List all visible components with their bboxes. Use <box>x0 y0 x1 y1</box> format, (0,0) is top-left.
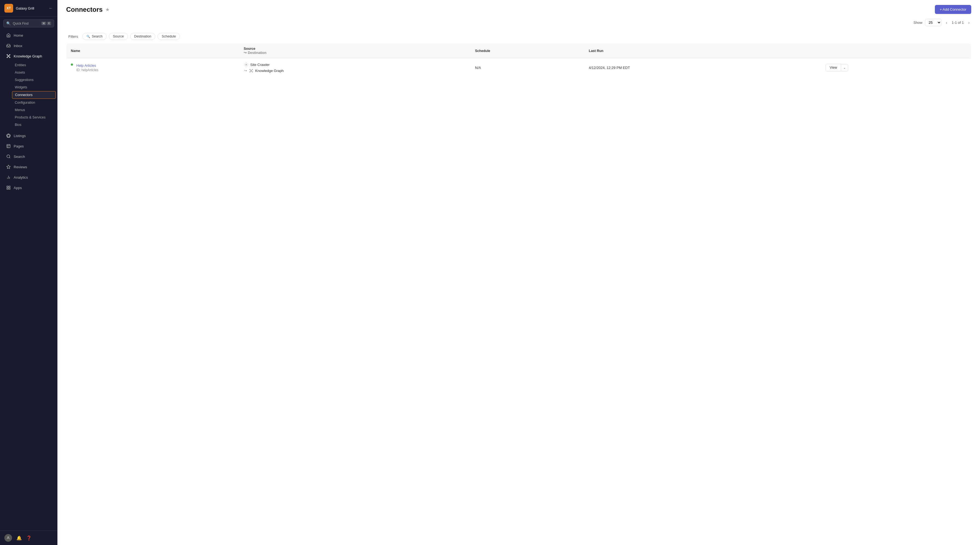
svg-point-24 <box>8 537 9 538</box>
view-dropdown-button[interactable]: ⌄ <box>841 64 848 72</box>
col-header-last-run: Last Run <box>584 43 821 58</box>
sidebar-item-listings[interactable]: Listings <box>2 131 56 141</box>
knowledge-graph-icon <box>6 54 11 59</box>
quick-find-shortcut: ⌘ K <box>41 22 51 25</box>
connector-last-run-cell: 4/12/2024, 12:29 PM EDT <box>584 58 821 77</box>
connector-name-cell: Help Articles ID: helpArticles <box>67 58 240 77</box>
filter-destination-label: Destination <box>134 35 151 38</box>
svg-marker-16 <box>6 165 10 169</box>
sidebar-item-menus[interactable]: Menus <box>12 107 56 113</box>
svg-rect-21 <box>9 186 10 187</box>
sidebar-item-apps-label: Apps <box>14 186 22 190</box>
help-icon[interactable]: ❓ <box>26 535 32 540</box>
col-header-actions <box>821 43 971 58</box>
col-header-name: Name <box>67 43 240 58</box>
sidebar-item-apps[interactable]: Apps <box>2 183 56 193</box>
sidebar-item-reviews-label: Reviews <box>14 165 27 169</box>
source-name: Site Crawler <box>250 63 270 67</box>
svg-rect-11 <box>7 145 10 148</box>
svg-point-25 <box>245 64 247 65</box>
shortcut-cmd: ⌘ <box>41 22 46 25</box>
sidebar-item-knowledge-graph[interactable]: Knowledge Graph <box>2 51 56 61</box>
view-button[interactable]: View <box>826 64 841 72</box>
knowledge-graph-subnav: Entities Assets Suggestions Widgets Conn… <box>0 61 57 129</box>
svg-line-40 <box>251 70 252 70</box>
svg-rect-20 <box>7 186 8 187</box>
svg-line-30 <box>245 63 245 64</box>
filter-search-chip[interactable]: 🔍 Search <box>82 33 107 40</box>
workspace-name: Galaxy Grill <box>16 6 46 10</box>
user-avatar-icon[interactable] <box>5 534 12 542</box>
svg-line-42 <box>251 71 252 72</box>
add-connector-button[interactable]: + Add Connector <box>935 5 971 14</box>
knowledge-graph-dest-icon <box>248 68 253 73</box>
sidebar-item-widgets[interactable]: Widgets <box>12 84 56 91</box>
sidebar-item-search-label: Search <box>14 155 25 159</box>
listings-icon <box>6 133 11 138</box>
connector-schedule-cell: N/A <box>471 58 584 77</box>
sidebar-item-suggestions[interactable]: Suggestions <box>12 76 56 83</box>
sidebar-bottom: 🔔 ❓ <box>0 531 57 545</box>
filter-source-chip[interactable]: Source <box>109 33 128 40</box>
source-dest-header: Source ↪ Destination <box>243 47 466 55</box>
svg-line-41 <box>250 71 251 72</box>
connectors-table: Name Source ↪ Destination Schedule Last … <box>66 43 971 77</box>
col-header-source-dest: Source ↪ Destination <box>239 43 471 58</box>
svg-point-37 <box>250 72 250 72</box>
sidebar-item-connectors[interactable]: Connectors <box>12 91 56 99</box>
connector-source-dest-cell: Site Crawler ↪ Knowledge Graph <box>239 58 471 77</box>
svg-point-36 <box>252 69 253 70</box>
svg-point-1 <box>7 54 8 55</box>
site-crawler-icon <box>243 62 248 67</box>
connector-id: ID: helpArticles <box>76 68 99 72</box>
svg-line-7 <box>8 56 8 57</box>
connector-name-link[interactable]: Help Articles <box>76 64 96 68</box>
filter-schedule-label: Schedule <box>162 35 176 38</box>
svg-line-15 <box>9 157 10 158</box>
favorite-star-icon[interactable]: ★ <box>105 6 110 13</box>
search-nav-icon <box>6 154 11 159</box>
sidebar-item-entities[interactable]: Entities <box>12 62 56 69</box>
sidebar-item-analytics-label: Analytics <box>14 175 28 180</box>
filter-search-label: Search <box>92 35 103 38</box>
home-icon <box>6 33 11 38</box>
back-arrow-icon[interactable]: ← <box>49 6 53 11</box>
sidebar-item-analytics[interactable]: Analytics <box>2 172 56 182</box>
shortcut-k: K <box>47 22 51 25</box>
notifications-icon[interactable]: 🔔 <box>16 535 22 540</box>
sidebar-item-bios[interactable]: Bios <box>12 121 56 128</box>
filter-destination-chip[interactable]: Destination <box>130 33 156 40</box>
filters-label-button[interactable]: Filters <box>66 33 80 40</box>
pagination-row: Show 25 10 50 100 ‹ 1-1 of 1 › <box>66 17 971 30</box>
sidebar-item-listings-label: Listings <box>14 134 26 138</box>
svg-rect-22 <box>9 188 10 189</box>
dest-row-arrow-icon: ↪ <box>244 69 247 73</box>
dest-header-label: ↪ Destination <box>243 51 466 55</box>
sidebar-item-inbox[interactable]: Inbox <box>2 41 56 51</box>
filter-schedule-chip[interactable]: Schedule <box>158 33 180 40</box>
sidebar-item-reviews[interactable]: Reviews <box>2 162 56 172</box>
quick-find-label: Quick Find <box>13 22 39 25</box>
sidebar-item-products-services[interactable]: Products & Services <box>12 114 56 121</box>
svg-point-38 <box>252 72 253 72</box>
search-chip-icon: 🔍 <box>86 35 90 38</box>
pagination-prev-button[interactable]: ‹ <box>944 20 949 26</box>
sidebar-item-home[interactable]: Home <box>2 30 56 40</box>
sidebar: XT Galaxy Grill ← 🔍 Quick Find ⌘ K Home … <box>0 0 57 545</box>
table-header-row: Name Source ↪ Destination Schedule Last … <box>67 43 971 58</box>
dest-name: Knowledge Graph <box>255 69 283 73</box>
sidebar-item-home-label: Home <box>14 33 23 37</box>
sidebar-item-search[interactable]: Search <box>2 151 56 161</box>
sidebar-item-configuration[interactable]: Configuration <box>12 99 56 106</box>
pagination-info: 1-1 of 1 <box>952 21 964 25</box>
sidebar-item-assets[interactable]: Assets <box>12 69 56 76</box>
show-count-select[interactable]: 25 10 50 100 <box>925 19 942 26</box>
quick-find-bar[interactable]: 🔍 Quick Find ⌘ K <box>3 19 54 27</box>
workspace-avatar: XT <box>5 4 13 13</box>
sidebar-item-pages[interactable]: Pages <box>2 141 56 151</box>
table-row: Help Articles ID: helpArticles Site C <box>67 58 971 77</box>
reviews-icon <box>6 164 11 169</box>
svg-point-35 <box>250 69 250 70</box>
svg-rect-23 <box>7 188 8 189</box>
pagination-next-button[interactable]: › <box>967 20 971 26</box>
